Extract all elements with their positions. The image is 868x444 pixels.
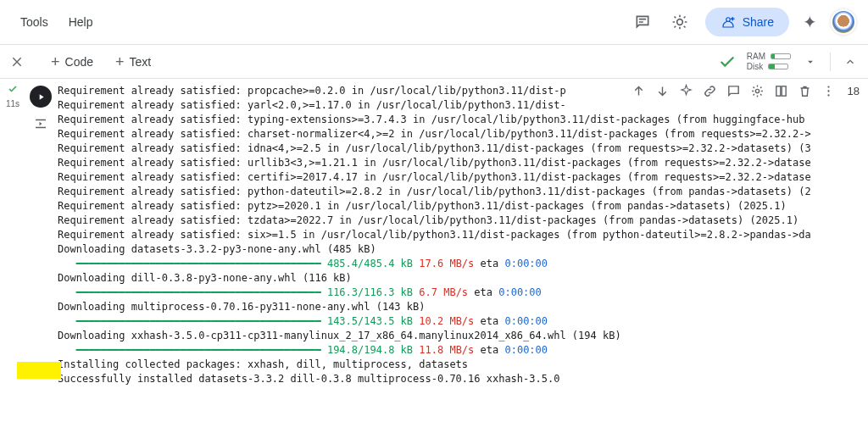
cell-toolbar: 18 <box>627 80 863 101</box>
share-button-label: Share <box>743 15 774 29</box>
move-up-icon[interactable] <box>631 82 648 99</box>
toggle-output-icon[interactable] <box>33 116 48 134</box>
cell-settings-icon[interactable] <box>749 82 766 99</box>
svg-rect-1 <box>776 86 781 95</box>
highlight-marker <box>17 362 61 379</box>
settings-gear-icon[interactable] <box>668 10 692 34</box>
ai-suggest-icon[interactable] <box>678 82 695 99</box>
account-avatar[interactable] <box>831 9 856 35</box>
close-panel-icon[interactable] <box>8 53 25 70</box>
top-bar: Tools Help Share ✦ <box>0 0 868 44</box>
line-indicator: 18 <box>844 85 860 97</box>
svg-point-0 <box>755 89 759 92</box>
delete-cell-icon[interactable] <box>797 82 814 99</box>
more-icon[interactable] <box>821 82 837 99</box>
insert-code-button[interactable]: + Code <box>42 51 102 73</box>
console-output: Requirement already satisfied: propcache… <box>56 82 868 391</box>
insert-text-button[interactable]: + Text <box>107 51 159 73</box>
share-button[interactable]: Share <box>705 8 789 36</box>
connected-check-icon <box>718 53 737 71</box>
resource-indicator[interactable]: RAM Disk <box>747 52 791 71</box>
svg-point-5 <box>827 94 829 96</box>
insert-text-label: Text <box>130 55 152 69</box>
mirror-cell-icon[interactable] <box>773 82 790 99</box>
svg-point-3 <box>827 86 829 87</box>
svg-point-4 <box>827 90 829 92</box>
exec-time-label: 11s <box>6 99 19 108</box>
menu-help[interactable]: Help <box>60 8 102 36</box>
collapse-toolbar-icon[interactable] <box>841 53 860 71</box>
insert-code-label: Code <box>65 55 93 69</box>
link-icon[interactable] <box>702 82 719 99</box>
plus-icon: + <box>51 54 60 69</box>
notebook-toolbar: + Code + Text RAM Disk <box>0 45 868 79</box>
share-people-icon <box>721 14 736 30</box>
output-scroll-area[interactable]: Requirement already satisfied: propcache… <box>56 82 868 444</box>
move-down-icon[interactable] <box>654 82 671 99</box>
workarea: 11s 18 <box>0 79 868 444</box>
menu-tools[interactable]: Tools <box>12 8 57 36</box>
gemini-sparkle-icon[interactable]: ✦ <box>803 12 817 32</box>
comment-icon[interactable] <box>726 82 743 99</box>
runtime-menu-caret-icon[interactable] <box>801 53 820 71</box>
svg-rect-2 <box>782 86 786 95</box>
plus-icon: + <box>115 54 125 69</box>
exec-check-icon <box>8 84 18 94</box>
play-icon <box>36 92 46 102</box>
disk-label: Disk <box>747 62 763 71</box>
cell-status-gutter: 11s <box>0 79 25 444</box>
run-cell-button[interactable] <box>30 86 52 108</box>
ram-label: RAM <box>747 52 765 61</box>
comments-icon[interactable] <box>631 10 654 34</box>
